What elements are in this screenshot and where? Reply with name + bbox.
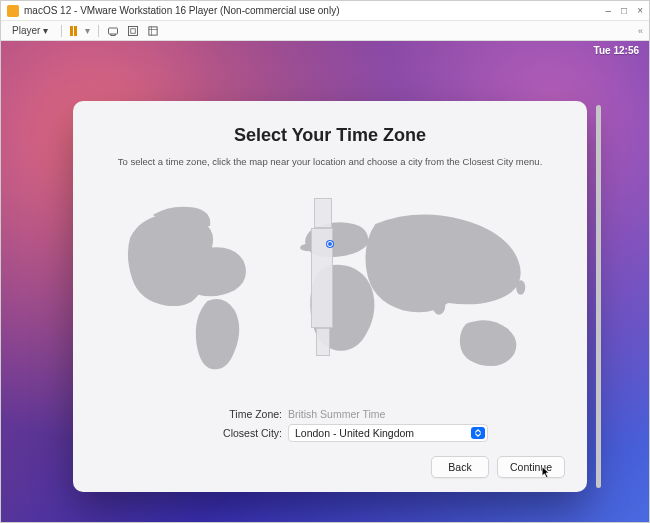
chevron-updown-icon <box>471 427 485 439</box>
svg-rect-0 <box>109 28 118 34</box>
back-button-label: Back <box>448 461 471 473</box>
window-title: macOS 12 - VMware Workstation 16 Player … <box>24 5 606 16</box>
closest-city-label: Closest City: <box>172 427 282 439</box>
minimize-button[interactable]: – <box>606 5 612 16</box>
svg-rect-2 <box>131 28 136 33</box>
player-menu[interactable]: Player ▾ <box>7 23 53 38</box>
panel-footer: Back Continue <box>95 456 565 478</box>
vmware-titlebar: macOS 12 - VMware Workstation 16 Player … <box>1 1 649 21</box>
player-menu-label: Player <box>12 25 40 36</box>
vm-display: Tue 12:56 Select Your Time Zone To selec… <box>1 41 649 522</box>
continue-button[interactable]: Continue <box>497 456 565 478</box>
panel-subtitle: To select a time zone, click the map nea… <box>95 156 565 167</box>
timezone-value: British Summer Time <box>288 408 385 420</box>
closest-city-select[interactable]: London - United Kingdom <box>288 424 488 442</box>
timezone-label: Time Zone: <box>172 408 282 420</box>
vmware-toolbar: Player ▾ ▾ « <box>1 21 649 41</box>
toolbar-separator <box>98 25 99 37</box>
svg-point-4 <box>300 244 315 251</box>
location-pin-icon <box>327 241 333 247</box>
svg-rect-1 <box>129 26 138 35</box>
timezone-fields: Time Zone: British Summer Time Closest C… <box>172 406 488 444</box>
svg-rect-3 <box>149 26 157 34</box>
unity-icon[interactable] <box>147 25 159 37</box>
vmware-app-icon <box>7 5 19 17</box>
closest-city-value: London - United Kingdom <box>295 427 414 439</box>
back-button[interactable]: Back <box>431 456 489 478</box>
pause-button[interactable] <box>70 26 77 36</box>
maximize-button[interactable]: □ <box>621 5 627 16</box>
svg-point-6 <box>516 280 525 295</box>
fullscreen-icon[interactable] <box>127 25 139 37</box>
pause-icon <box>74 26 77 36</box>
toolbar-extras-icon[interactable]: « <box>638 26 643 36</box>
panel-title: Select Your Time Zone <box>95 125 565 146</box>
macos-menubar: Tue 12:56 <box>1 41 649 59</box>
scrollbar[interactable] <box>596 105 601 488</box>
caret-down-icon: ▾ <box>43 25 48 36</box>
close-button[interactable]: × <box>637 5 643 16</box>
svg-point-5 <box>433 297 446 315</box>
world-map-icon <box>103 181 557 394</box>
continue-button-label: Continue <box>510 461 552 473</box>
pause-icon <box>70 26 73 36</box>
toolbar-separator <box>61 25 62 37</box>
caret-down-icon[interactable]: ▾ <box>85 25 90 36</box>
setup-panel: Select Your Time Zone To select a time z… <box>73 101 587 492</box>
menubar-clock: Tue 12:56 <box>594 45 639 56</box>
vmware-window: macOS 12 - VMware Workstation 16 Player … <box>0 0 650 523</box>
timezone-map[interactable] <box>103 181 557 394</box>
send-ctrl-alt-del-icon[interactable] <box>107 25 119 37</box>
